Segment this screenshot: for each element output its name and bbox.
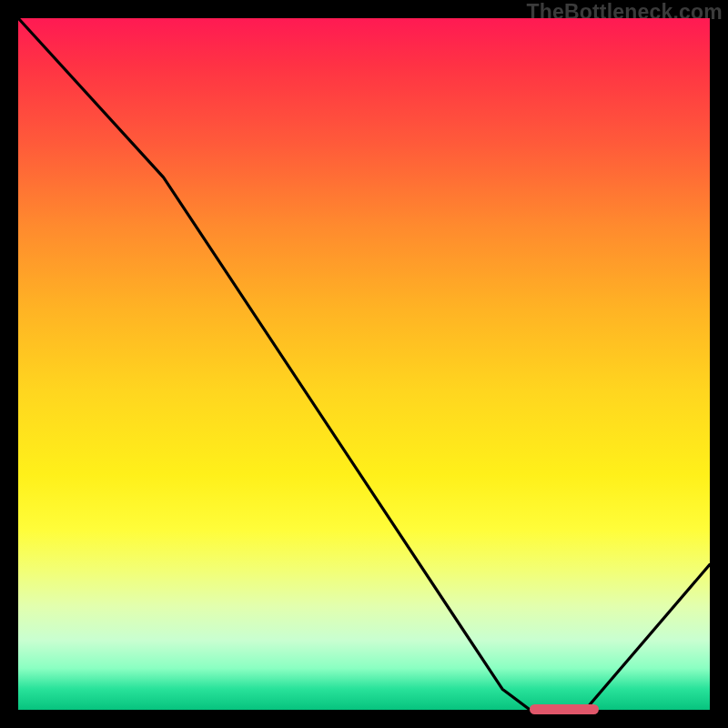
chart-frame: TheBottleneck.com	[0, 0, 728, 728]
bottleneck-curve	[18, 18, 710, 710]
chart-plot-area	[18, 18, 710, 710]
optimum-range-marker	[530, 704, 599, 714]
chart-curve-layer	[18, 18, 710, 710]
